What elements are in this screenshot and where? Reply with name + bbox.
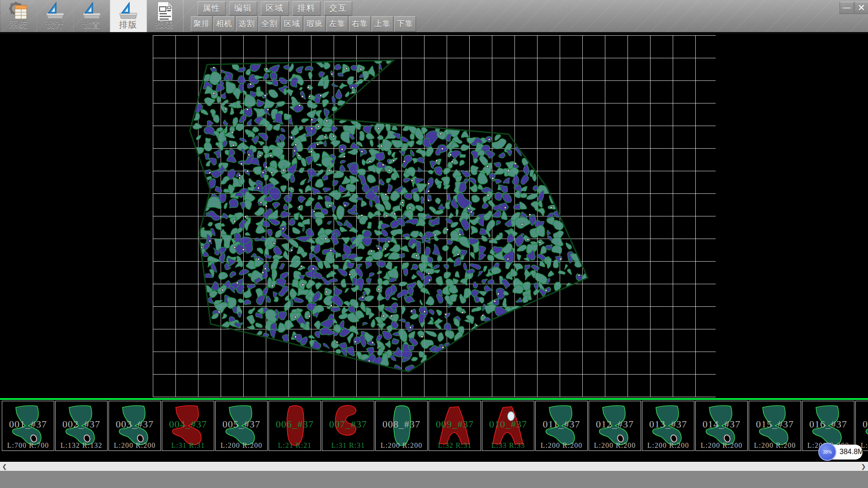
piece-thumbnail-013_#37[interactable]: 013_#37 L:200 R:200 — [642, 401, 694, 451]
piece-label: 001_#37 — [2, 418, 54, 430]
piece-thumbnail-012_#37[interactable]: 012_#37 L:200 R:200 — [589, 401, 641, 451]
tab-label: 设计 — [37, 19, 73, 31]
ruler-icon — [81, 2, 102, 21]
piece-lr-count: L:32 R:31 — [429, 441, 481, 450]
nesting-canvas[interactable] — [0, 34, 868, 398]
piece-lr-count: L:200 R:200 — [216, 441, 267, 450]
piece-thumbnail-008_#37[interactable]: 008_#37 L:200 R:200 — [375, 401, 428, 451]
tool-button-区域[interactable]: 区域 — [281, 16, 303, 32]
tab-设计[interactable]: 设计 — [37, 0, 74, 32]
ruler-icon — [45, 2, 66, 21]
piece-lr-count: L:200 R:200 — [589, 441, 641, 450]
piece-label: 005_#37 — [216, 418, 267, 430]
tool-button-下靠[interactable]: 下靠 — [394, 16, 416, 32]
tool-button-瑕疵[interactable]: 瑕疵 — [304, 16, 326, 32]
piece-thumbnail-002_#37[interactable]: 002_#37 L:132 R:132 — [55, 401, 108, 451]
tab-label: 系统 — [0, 19, 37, 31]
piece-label: 016_#37 — [802, 418, 854, 430]
close-button[interactable]: ✕ — [854, 2, 868, 14]
menu-item-属性[interactable]: 属性 — [198, 1, 226, 15]
tab-排版[interactable]: 排版 — [110, 0, 147, 32]
horizontal-scrollbar[interactable]: ❮ ❯ — [0, 462, 868, 471]
tool-button-右靠[interactable]: 右靠 — [349, 16, 371, 32]
piece-lr-count: L:132 R:132 — [56, 441, 107, 450]
piece-lr-count: L:200 R:200 — [376, 441, 427, 450]
tab-label: 排版 — [110, 19, 146, 31]
piece-label: 010_#37 — [482, 418, 534, 430]
tool-button-相机[interactable]: 相机 — [213, 16, 235, 32]
piece-label: 012_#37 — [589, 418, 641, 430]
piece-lr-count: L:200 R:200 — [642, 441, 694, 450]
piece-lr-count: L:200 R:200 — [696, 441, 747, 450]
piece-label: 007_#37 — [322, 418, 374, 430]
tool-button-左靠[interactable]: 左靠 — [326, 16, 348, 32]
scroll-left-arrow[interactable]: ❮ — [0, 462, 9, 471]
piece-label: 011_#37 — [536, 418, 587, 430]
piece-lr-count: L:700 R:700 — [2, 441, 54, 450]
piece-label: 008_#37 — [376, 418, 427, 430]
piece-lr-count: L:200 R:200 — [109, 441, 160, 450]
piece-lr-count: L:33 R:33 — [482, 441, 534, 450]
minimize-button[interactable]: — — [840, 2, 854, 14]
piece-thumbnail-007_#37[interactable]: 007_#37 L:31 R:31 — [322, 401, 374, 451]
tab-系统[interactable]: 系统 — [0, 0, 37, 32]
piece-thumbnail-005_#37[interactable]: 005_#37 L:200 R:200 — [215, 401, 268, 451]
piece-label: 014_#37 — [696, 418, 747, 430]
menu-item-编辑[interactable]: 编辑 — [229, 1, 257, 15]
menu-item-区域[interactable]: 区域 — [261, 1, 289, 15]
piece-thumbnail-017_#37[interactable]: 017_#37 L:200 R:200 — [855, 401, 868, 451]
piece-thumbnail-009_#37[interactable]: 009_#37 L:32 R:31 — [429, 401, 481, 451]
tab-报表[interactable]: 报表 — [146, 0, 184, 32]
piece-label: 003_#37 — [109, 418, 160, 430]
piece-thumbnail-003_#37[interactable]: 003_#37 L:200 R:200 — [108, 401, 161, 451]
tool-button-全割[interactable]: 全割 — [259, 16, 280, 32]
tab-设置[interactable]: 设置 — [73, 0, 110, 32]
piece-thumbnail-014_#37[interactable]: 014_#37 L:200 R:200 — [695, 401, 748, 451]
tool-button-上靠[interactable]: 上靠 — [372, 16, 393, 32]
piece-thumbnail-006_#37[interactable]: 006_#37 L:21 R:21 — [269, 401, 321, 451]
tab-label: 报表 — [146, 19, 183, 31]
piece-label: 015_#37 — [749, 418, 801, 430]
piece-thumbnail-010_#37[interactable]: 010_#37 L:33 R:33 — [482, 401, 534, 451]
memory-value: 384.8M — [840, 448, 863, 456]
piece-label: 017_#37 — [856, 418, 868, 430]
tool-button-聚排[interactable]: 聚排 — [191, 16, 212, 32]
piece-lr-count: L:31 R:31 — [322, 441, 374, 450]
piece-label: 006_#37 — [269, 418, 321, 430]
piece-thumbnail-strip: 001_#37 L:700 R:700 002_#37 L:132 R:132 … — [0, 400, 868, 453]
piece-label: 009_#37 — [429, 418, 481, 430]
menu-item-排料[interactable]: 排料 — [292, 1, 321, 15]
piece-lr-count: L:21 R:21 — [269, 441, 321, 450]
piece-label: 004_#37 — [162, 418, 214, 430]
piece-lr-count: L:200 R:200 — [749, 441, 801, 450]
piece-thumbnail-001_#37[interactable]: 001_#37 L:700 R:700 — [2, 401, 54, 451]
progress-circle: 38% — [818, 443, 836, 461]
piece-thumbnail-015_#37[interactable]: 015_#37 L:200 R:200 — [749, 401, 801, 451]
piece-thumbnail-011_#37[interactable]: 011_#37 L:200 R:200 — [535, 401, 588, 451]
piece-thumbnail-004_#37[interactable]: 004_#37 L:31 R:31 — [162, 401, 214, 451]
piece-label: 002_#37 — [56, 418, 107, 430]
status-bar — [0, 471, 868, 488]
scroll-right-arrow[interactable]: ❯ — [859, 462, 868, 471]
ruler-icon — [118, 2, 139, 21]
tab-label: 设置 — [73, 19, 110, 31]
piece-lr-count: L:31 R:31 — [162, 441, 214, 450]
piece-label: 013_#37 — [642, 418, 694, 430]
piece-lr-count: L:200 R:200 — [536, 441, 587, 450]
menu-item-交互[interactable]: 交互 — [324, 1, 352, 15]
tool-button-选割[interactable]: 选割 — [236, 16, 258, 32]
top-toolbar: 系统 设计 设置 排版 报表 属性编辑区域排料交互 聚排相机选割全割区域瑕疵左靠… — [0, 0, 868, 34]
progress-percent: 38% — [823, 450, 832, 455]
